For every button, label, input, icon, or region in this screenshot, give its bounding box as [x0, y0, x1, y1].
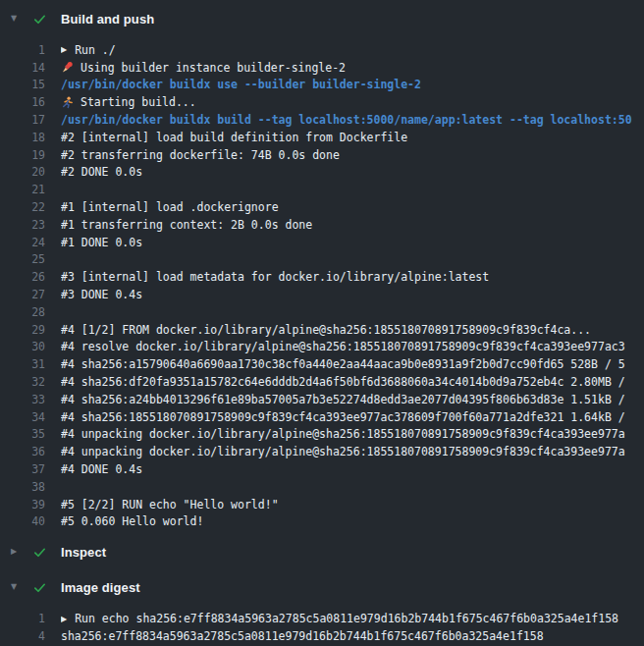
log-text: #4 unpacking docker.io/library/alpine@sh…	[61, 427, 625, 441]
log-line: 20#2 DONE 0.0s	[0, 164, 644, 182]
log-line: 30#4 resolve docker.io/library/alpine@sh…	[0, 339, 644, 356]
play-icon[interactable]: ▶	[61, 614, 67, 622]
log-text: #3 [internal] load metadata for docker.i…	[61, 270, 489, 284]
step-log-lines: 1▶Run ./14Using builder instance builder…	[0, 41, 644, 530]
log-line: 22#1 [internal] load .dockerignore	[0, 198, 644, 216]
log-line: 27#3 DONE 0.4s	[0, 286, 644, 303]
log-text: #5 [2/2] RUN echo "Hello world!"	[61, 498, 279, 511]
step-title: Image digest	[61, 580, 140, 595]
log-line: 18#2 [internal] load build definition fr…	[0, 129, 644, 146]
chevron-down-icon[interactable]: ▼	[11, 15, 25, 23]
line-number[interactable]: 21	[0, 183, 45, 196]
log-line: 24#1 DONE 0.0s	[0, 234, 644, 251]
log-text: #4 unpacking docker.io/library/alpine@sh…	[61, 445, 625, 458]
log-text: #4 DONE 0.4s	[61, 462, 142, 476]
line-number[interactable]: 18	[0, 131, 45, 144]
log-text: #1 [internal] load .dockerignore	[61, 200, 279, 214]
log-line: 19#2 transferring dockerfile: 74B 0.0s d…	[0, 146, 644, 164]
line-number[interactable]: 22	[0, 200, 45, 214]
log-text: /usr/bin/docker buildx build --tag local…	[61, 113, 632, 127]
line-number[interactable]: 19	[0, 148, 45, 162]
log-line: 40#5 0.060 Hello world!	[0, 513, 644, 531]
line-number[interactable]: 1	[0, 43, 45, 57]
line-number[interactable]: 15	[0, 78, 45, 91]
log-text: /usr/bin/docker buildx use --builder bui…	[61, 78, 421, 91]
pushpin-icon	[61, 61, 74, 74]
line-number[interactable]: 29	[0, 323, 45, 337]
step-build-and-push: ▼Build and push1▶Run ./14Using builder i…	[0, 5, 644, 530]
line-number[interactable]: 14	[0, 61, 45, 75]
log-line: 17/usr/bin/docker buildx build --tag loc…	[0, 111, 644, 129]
log-line: 4sha256:e7ff8834a5963a2785c5a0811e979d16…	[0, 627, 644, 645]
line-number[interactable]: 36	[0, 445, 45, 458]
log-line: 25	[0, 251, 644, 269]
log-line: 33#4 sha256:a24bb4013296f61e89ba57005a7b…	[0, 391, 644, 408]
step-header-build-and-push[interactable]: ▼Build and push	[0, 5, 644, 32]
log-text: Using builder instance builder-single-2	[61, 61, 346, 75]
line-number[interactable]: 26	[0, 270, 45, 284]
line-number[interactable]: 4	[0, 629, 45, 643]
log-line: 39#5 [2/2] RUN echo "Hello world!"	[0, 496, 644, 513]
log-line: 1▶Run echo sha256:e7ff8834a5963a2785c5a0…	[0, 610, 644, 627]
log-text: ▶Run ./	[61, 43, 116, 57]
log-text: #4 sha256:df20fa9351a15782c64e6dddb2d4a6…	[61, 375, 625, 389]
line-number[interactable]: 23	[0, 218, 45, 232]
line-number[interactable]: 28	[0, 305, 45, 319]
log-line: 28	[0, 303, 644, 321]
log-text: sha256:e7ff8834a5963a2785c5a0811e979d16b…	[61, 629, 544, 643]
log-text: #4 resolve docker.io/library/alpine@sha2…	[61, 340, 625, 353]
line-number[interactable]: 30	[0, 340, 45, 353]
log-text: #1 DONE 0.0s	[61, 236, 142, 249]
log-text: #1 transferring context: 2B 0.0s done	[61, 218, 312, 232]
log-line: 35#4 unpacking docker.io/library/alpine@…	[0, 426, 644, 444]
line-number[interactable]: 33	[0, 393, 45, 406]
line-number[interactable]: 27	[0, 288, 45, 301]
log-line: 34#4 sha256:185518070891758909c9f839cf4c…	[0, 408, 644, 426]
line-number[interactable]: 24	[0, 236, 45, 249]
line-number[interactable]: 17	[0, 113, 45, 127]
line-number[interactable]: 37	[0, 462, 45, 476]
log-text: #4 [1/2] FROM docker.io/library/alpine@s…	[61, 323, 591, 337]
check-icon	[32, 580, 48, 595]
log-text: #4 sha256:a24bb4013296f61e89ba57005a7b3e…	[61, 393, 625, 406]
line-number[interactable]: 16	[0, 95, 45, 109]
step-inspect: ▶Inspect	[0, 538, 644, 565]
log-line: 14Using builder instance builder-single-…	[0, 59, 644, 77]
step-title: Inspect	[61, 545, 106, 560]
log-text: #2 transferring dockerfile: 74B 0.0s don…	[61, 148, 340, 162]
step-image-digest: ▼Image digest1▶Run echo sha256:e7ff8834a…	[0, 573, 644, 645]
step-header-image-digest[interactable]: ▼Image digest	[0, 573, 644, 601]
step-header-inspect[interactable]: ▶Inspect	[0, 538, 644, 565]
chevron-down-icon[interactable]: ▼	[11, 583, 25, 591]
line-number[interactable]: 39	[0, 498, 45, 511]
play-icon[interactable]: ▶	[61, 45, 67, 54]
log-text: #2 DONE 0.0s	[61, 165, 142, 179]
log-line: 29#4 [1/2] FROM docker.io/library/alpine…	[0, 321, 644, 339]
log-line: 1▶Run ./	[0, 41, 644, 59]
line-number[interactable]: 34	[0, 410, 45, 424]
line-number[interactable]: 40	[0, 514, 45, 528]
line-number[interactable]: 1	[0, 612, 45, 625]
log-line: 37#4 DONE 0.4s	[0, 460, 644, 478]
line-number[interactable]: 25	[0, 252, 45, 266]
log-text: #4 sha256:185518070891758909c9f839cf4ca3…	[61, 410, 625, 424]
log-text: #4 sha256:a15790640a6690aa1730c38cf0a440…	[61, 357, 625, 371]
log-line: 32#4 sha256:df20fa9351a15782c64e6dddb2d4…	[0, 373, 644, 391]
check-icon	[32, 545, 48, 560]
line-number[interactable]: 38	[0, 480, 45, 494]
log-line: 15/usr/bin/docker buildx use --builder b…	[0, 77, 644, 94]
log-line: 36#4 unpacking docker.io/library/alpine@…	[0, 443, 644, 460]
log-text: ▶Run echo sha256:e7ff8834a5963a2785c5a08…	[61, 612, 618, 625]
line-number[interactable]: 35	[0, 427, 45, 441]
log-text: #3 DONE 0.4s	[61, 288, 142, 301]
line-number[interactable]: 31	[0, 357, 45, 371]
log-line: 21	[0, 181, 644, 198]
log-text: Starting build...	[61, 95, 196, 109]
workflow-log-viewer: ▼Build and push1▶Run ./14Using builder i…	[0, 0, 644, 646]
chevron-right-icon[interactable]: ▶	[11, 548, 25, 556]
line-number[interactable]: 20	[0, 165, 45, 179]
line-number[interactable]: 32	[0, 375, 45, 389]
step-log-lines: 1▶Run echo sha256:e7ff8834a5963a2785c5a0…	[0, 610, 644, 645]
log-text: #2 [internal] load build definition from…	[61, 131, 407, 144]
log-line: 31#4 sha256:a15790640a6690aa1730c38cf0a4…	[0, 355, 644, 373]
